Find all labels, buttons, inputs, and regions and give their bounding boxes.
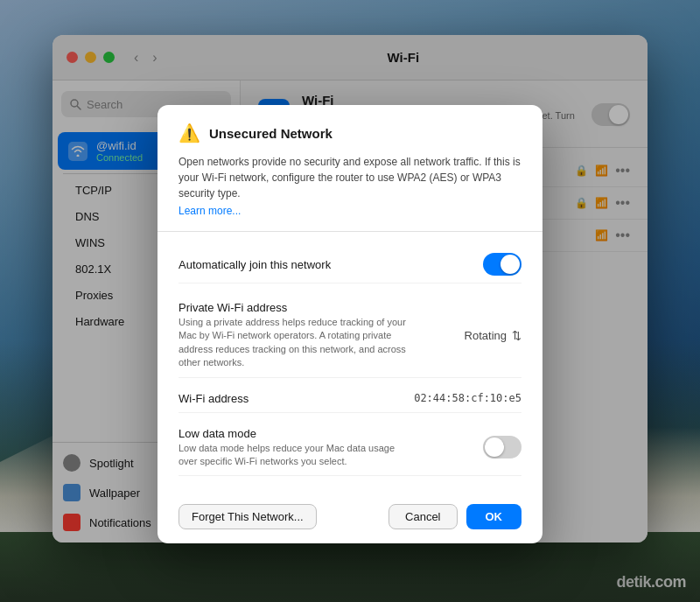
modal-warning-header: ⚠️ Unsecured Network	[178, 122, 522, 144]
modal-row-wifi-address: Wi-Fi address 02:44:58:cf:10:e5	[178, 385, 522, 413]
footer-right-buttons: Cancel OK	[388, 504, 522, 529]
modal-row-autojoin: Automatically join this network	[178, 246, 522, 284]
modal-row-autojoin-left: Automatically join this network	[178, 258, 331, 271]
modal-body: ⚠️ Unsecured Network Open networks provi…	[158, 105, 542, 494]
chevron-updown-icon: ⇅	[512, 329, 522, 342]
private-wifi-label: Private Wi-Fi address	[178, 301, 406, 314]
low-data-toggle[interactable]	[483, 436, 522, 458]
modal-row-private-wifi: Private Wi-Fi address Using a private ad…	[178, 294, 522, 378]
low-data-description: Low data mode helps reduce your Mac data…	[178, 442, 406, 469]
modal-footer: Forget This Network... Cancel OK	[158, 494, 542, 543]
wifi-address-value: 02:44:58:cf:10:e5	[414, 392, 522, 404]
modal-divider-1	[158, 231, 542, 232]
modal-dialog: ⚠️ Unsecured Network Open networks provi…	[158, 105, 542, 543]
private-wifi-description: Using a private address helps reduce tra…	[178, 316, 406, 370]
learn-more-link[interactable]: Learn more...	[178, 205, 522, 217]
private-wifi-right[interactable]: Rotating ⇅	[465, 329, 522, 342]
modal-warning-text: Open networks provide no security and ex…	[178, 154, 522, 201]
modal-row-low-data: Low data mode Low data mode helps reduce…	[178, 420, 522, 477]
low-data-label: Low data mode	[178, 427, 406, 440]
autojoin-label: Automatically join this network	[178, 258, 331, 271]
modal-row-private-wifi-left: Private Wi-Fi address Using a private ad…	[178, 301, 406, 370]
autojoin-toggle[interactable]	[483, 253, 522, 276]
modal-warning-title: Unsecured Network	[209, 126, 332, 141]
private-wifi-value: Rotating	[465, 329, 507, 342]
ok-button[interactable]: OK	[466, 504, 522, 529]
warning-icon: ⚠️	[178, 122, 200, 144]
cancel-button[interactable]: Cancel	[388, 504, 457, 529]
modal-row-low-data-left: Low data mode Low data mode helps reduce…	[178, 427, 406, 469]
modal-overlay: ⚠️ Unsecured Network Open networks provi…	[0, 0, 700, 602]
wifi-address-label: Wi-Fi address	[178, 392, 248, 405]
forget-network-button[interactable]: Forget This Network...	[178, 504, 317, 529]
